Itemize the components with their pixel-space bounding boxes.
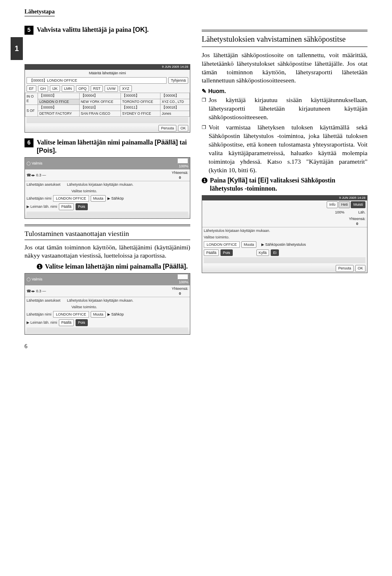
shot2b-fax-icon: ☎◂▸ 0.3 — — [27, 289, 46, 294]
shot1-key[interactable]: EF — [27, 85, 36, 92]
shot2b-office: LONDON OFFICE — [53, 311, 89, 318]
thin-divider — [24, 240, 190, 240]
shot2-paalla-button[interactable]: Päällä — [59, 203, 74, 210]
t-cell[interactable]: LONDON O FFICE — [39, 100, 69, 104]
shot1-key[interactable]: LMN — [62, 85, 74, 92]
t-cell: E — [27, 99, 29, 103]
t-cell: 【00003】 — [39, 93, 56, 98]
shot3-muisti-button[interactable]: Muisti — [351, 201, 365, 208]
section-title-r: Lähetystuloksien vahvistaminen sähköpost… — [202, 35, 368, 44]
shot2-l1b: Lähetystulos kirjataan käyttäjän mukaan. — [67, 182, 134, 187]
section-divider — [24, 225, 190, 226]
step-5-b: . — [147, 26, 149, 33]
shot3-office: LONDON OFFICE — [204, 241, 240, 248]
step-6-k1: [Päällä] — [155, 139, 178, 146]
shot3-yht: Yhteensä: — [349, 217, 365, 221]
t-cell: 【00005】 — [122, 93, 139, 98]
shot2-stripes — [27, 212, 188, 218]
screenshot-3: 9 JUN 2005 14:28 Info Heti Muisti 100% L… — [202, 195, 368, 273]
lb1-a: Valitse leiman lähettäjän nimi painamall… — [45, 263, 163, 270]
shot3-lah: Läh. — [358, 210, 365, 215]
rb1-k1: [Kyllä] — [227, 177, 247, 184]
shot2b-arrow[interactable]: ▶ Sähköp — [107, 312, 124, 317]
section-divider-r — [202, 30, 368, 31]
shot1-clear-button[interactable]: Tyhjennä — [168, 77, 188, 84]
t-cell[interactable]: DETROIT FACTORY — [39, 111, 71, 116]
t-cell[interactable]: Jones — [162, 111, 171, 116]
shot2-l4: ▶ Leiman läh. nimi — [27, 204, 57, 209]
note-item-1-text: Jos käyttäjä kirjautuu sisään käyttäjätu… — [209, 96, 368, 122]
shot1-ok-button[interactable]: OK — [178, 125, 188, 131]
t-cell: IN O — [27, 94, 33, 98]
shot1-key[interactable]: XYZ — [120, 85, 132, 92]
shot2b-pct: 100% — [179, 280, 188, 284]
step-5: 5 Vahvista valittu lähettäjä ja paina [O… — [24, 26, 190, 35]
t-cell[interactable]: XYZ CO., LTD — [162, 100, 184, 104]
shot1-key[interactable]: GH — [38, 85, 49, 92]
shot1-stripes — [27, 118, 188, 123]
step-6-end: . — [55, 147, 56, 154]
shot3-pois-button[interactable]: Pois — [220, 249, 233, 256]
rb1-k2: [Ei] — [258, 177, 269, 184]
lb1-b: . — [186, 263, 188, 270]
shot2-zero: 0 — [179, 176, 181, 180]
shot1-title: Määritä lähettäjän nimi — [89, 71, 126, 76]
shot2b-muuta-button[interactable]: Muuta — [91, 311, 106, 318]
left-bullet-1: 1 Valitse leiman lähettäjän nimi painama… — [24, 262, 190, 271]
t-cell: 【00018】 — [162, 105, 179, 109]
shot1-date: 9 JUN 2005 14:28 — [162, 65, 189, 69]
step-6-a: Valitse leiman lähettäjän nimi painamall… — [37, 139, 155, 146]
shot1-key[interactable]: IJK — [50, 85, 60, 92]
shot2b-pois-button[interactable]: Pois — [76, 319, 88, 326]
shot2-pct: 100% — [179, 164, 188, 168]
shot3-ok-button[interactable]: OK — [355, 265, 365, 271]
shot3-l1: Lähetystulos kirjataan käyttäjän mukaan. — [204, 228, 270, 233]
shot3-info-button[interactable]: Info — [327, 201, 338, 208]
shot3-cancel-button[interactable]: Peruuta — [336, 265, 354, 271]
t-cell[interactable]: NEW YORK OFFICE — [81, 100, 114, 104]
shot3-pct: 100% — [335, 210, 344, 215]
shot2-muuta-button[interactable]: Muuta — [91, 195, 106, 202]
t-cell: 【00009】 — [39, 105, 56, 109]
shot2b-yht: Yhteensä: — [172, 287, 188, 291]
step-5-num: 5 — [24, 26, 33, 35]
shot2b-paalla-button[interactable]: Päällä — [59, 319, 74, 326]
shot2-l2: Valitse toiminto. — [71, 189, 97, 193]
shot3-stripes — [204, 258, 365, 263]
shot2-info-button[interactable]: Info — [177, 158, 188, 164]
shot2-valmis: ◯ Valmis — [27, 161, 42, 166]
shot1-cancel-button[interactable]: Peruuta — [158, 125, 176, 131]
shot3-ei-button[interactable]: Ei — [271, 249, 279, 256]
shot1-key[interactable]: UVW — [105, 85, 118, 92]
shot2b-info-button[interactable]: Info — [177, 274, 188, 280]
shot2-arrow[interactable]: ▶ Sähköp — [107, 196, 124, 201]
shot2b-stripes — [27, 328, 188, 334]
shot2-pois-button[interactable]: Pois — [76, 203, 88, 210]
right-para-1: Jos lähettäjän sähköpostiosoite on talle… — [202, 51, 368, 85]
shot2-l1: Lähettäjän asetukset — [27, 182, 60, 187]
note-item-2: Voit varmistaa lähetyksen tuloksen käytt… — [202, 123, 368, 175]
shot1-selection[interactable]: 【00003】LONDON OFFICE — [27, 77, 167, 84]
lb1-k: [Päällä] — [163, 263, 186, 270]
note-item-1: Jos käyttäjä kirjautuu sisään käyttäjätu… — [202, 96, 368, 122]
shot2b-valmis: ◯ Valmis — [27, 277, 42, 282]
t-cell[interactable]: TORONTO OFFICE — [122, 100, 153, 104]
right-bullet-1: 1 Paina [Kyllä] tai [Ei] valitaksesi Säh… — [202, 176, 368, 193]
shot3-arrow: ▶ Sähköpostin lähetystulos — [261, 242, 306, 247]
screenshot-1: 9 JUN 2005 14:28 Määritä lähettäjän nimi… — [24, 64, 190, 133]
subsection-body: Jos otat tämän toiminnon käyttöön, lähet… — [24, 243, 190, 260]
shot3-zero: 0 — [356, 222, 358, 226]
shot2b-l4: ▶ Leiman läh. nimi — [27, 320, 57, 325]
screenshot-2b: ◯ Valmis Info100% ☎◂▸ 0.3 — Yhteensä:0 L… — [24, 273, 190, 334]
t-cell[interactable]: SAN FRAN CISCO — [81, 111, 110, 116]
shot3-kylla-button[interactable]: Kyllä — [256, 249, 270, 256]
step-6: 6 Valitse leiman lähettäjän nimi painama… — [24, 138, 190, 155]
shot1-key[interactable]: RST — [91, 85, 103, 92]
shot3-paalla-button[interactable]: Päällä — [204, 249, 219, 256]
step-6-mid: tai — [178, 139, 187, 146]
t-cell[interactable]: SYDNEY O FFICE — [122, 111, 151, 116]
step-5-a: Vahvista valittu lähettäjä ja paina — [37, 26, 133, 33]
shot1-key[interactable]: OPQ — [76, 85, 89, 92]
shot3-muuta-button[interactable]: Muuta — [241, 241, 256, 248]
shot3-heti-button[interactable]: Heti — [339, 201, 350, 208]
